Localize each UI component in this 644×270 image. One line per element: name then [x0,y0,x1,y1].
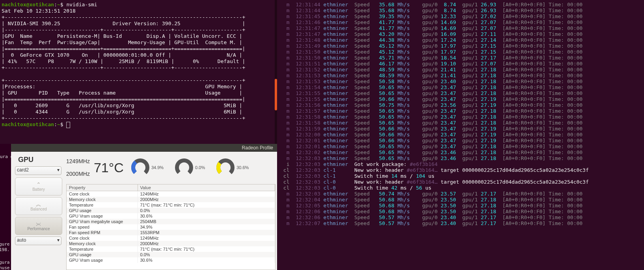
balanced-button[interactable]: ︽Balanced [15,197,62,215]
table-row[interactable]: Core clock1249MHz [67,235,275,241]
nvidia-smi-terminal[interactable]: nachitox@xotihcan:~$ nvidia-smi Sat Feb … [0,0,277,144]
table-row[interactable]: Fan speed RPM1553RPM [67,230,275,235]
battery-button[interactable]: ⌃Battery [15,177,62,196]
chevron-up-icon: ⌃ [36,182,41,187]
table-row[interactable]: Memory clock2000MHz [67,241,275,246]
table-row[interactable]: Temperature71°C (max: 71°C min: 71°C) [67,202,275,208]
double-chevron-up-icon: ︽ [36,201,41,207]
card-select[interactable]: card2 ▾ [15,166,61,175]
table-row[interactable]: GPU usage0.0% [67,208,275,213]
usage-gauge-label: 0.0% [195,165,205,170]
usage-gauge [175,158,194,177]
column-property[interactable]: Property [67,184,138,191]
table-row[interactable]: GPU Vram usage30.6% [67,213,275,219]
vram-gauge [216,158,235,177]
clocks-readout: 1249MHz 2000MHz [66,155,90,180]
radeon-profile-window[interactable]: Radeon Profile GPU card2 ▾ ⌃Battery ︽Bal… [11,144,277,270]
table-row[interactable]: Temperature71°C (max: 71°C min: 71°C) [67,246,275,252]
column-value[interactable]: Value [138,184,275,191]
auto-select[interactable]: auto ▾ [15,236,61,245]
table-row[interactable]: GPU Vram usage30.6% [67,257,275,263]
table-row[interactable]: Memory clock2000MHz [67,197,275,202]
gpu-heading: GPU [18,156,64,164]
triple-chevron-up-icon: ⩙ [36,221,41,227]
performance-button[interactable]: ⩙Performance [15,217,62,235]
table-row[interactable]: GPU Vram megabyte usage2504MB [67,219,275,224]
vram-gauge-label: 30.6% [236,165,249,170]
background-window-fragment: ura d gure 198. gura nuse [0,144,11,270]
fan-gauge-label: 34.9% [151,165,164,170]
table-row[interactable]: GPU usage0.0% [67,252,275,257]
svg-point-2 [175,158,194,177]
ethminer-terminal[interactable]: m 12:31:44 ethminer Speed 35.68 Mh/s gpu… [277,0,644,270]
table-row[interactable]: Core clock1249MHz [67,191,275,197]
fan-gauge [131,158,150,177]
window-title: Radeon Profile [11,144,277,152]
temperature-readout: 71°C [94,160,124,175]
property-table[interactable]: PropertyValue Core clock1249MHzMemory cl… [66,184,275,270]
table-row[interactable]: Fan speed34.9% [67,224,275,230]
